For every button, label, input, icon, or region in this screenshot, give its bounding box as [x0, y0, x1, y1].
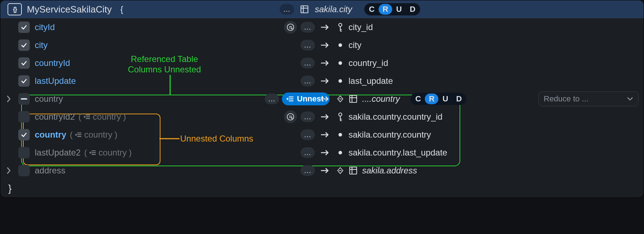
- brace-close: }: [0, 180, 644, 197]
- checkbox[interactable]: [18, 147, 30, 158]
- arrow-icon: [318, 24, 332, 31]
- table-icon: [349, 94, 358, 104]
- crud-selector[interactable]: C R U D: [364, 3, 420, 15]
- table-icon: [300, 5, 309, 14]
- arrow-icon: [318, 42, 332, 49]
- svg-rect-23: [350, 95, 357, 102]
- svg-point-29: [287, 114, 294, 120]
- table-name: sakila.city: [315, 4, 352, 14]
- key-icon: [332, 23, 349, 32]
- more-button[interactable]: ...: [301, 147, 315, 158]
- from-relation: country: [93, 112, 121, 122]
- relation-name[interactable]: country: [35, 94, 63, 104]
- arrow-icon: [318, 95, 332, 102]
- field-name[interactable]: lastUpdate2: [35, 148, 81, 158]
- relation-row-address: address ... sakila.address: [0, 162, 644, 180]
- more-button[interactable]: ...: [301, 40, 315, 51]
- more-button[interactable]: ...: [301, 76, 315, 86]
- column-name: sakila.country.last_update: [349, 148, 447, 158]
- expand-chevron[interactable]: [0, 95, 17, 103]
- arrow-icon: [318, 131, 332, 138]
- relation-row-country: country ... Unnest ....country C R U: [0, 90, 644, 108]
- svg-point-14: [338, 61, 342, 65]
- object-header-row: {} MyServiceSakilaCity { ... sakila.city…: [0, 0, 644, 18]
- crud-c[interactable]: C: [411, 94, 425, 104]
- arrow-icon: [318, 59, 332, 67]
- field-row: countryId ... country_id: [0, 54, 644, 72]
- nested-field-row: lastUpdate2 (country) ... sakila.country…: [0, 144, 644, 162]
- more-button[interactable]: ...: [301, 22, 315, 33]
- svg-point-16: [338, 79, 342, 83]
- crud-r[interactable]: R: [425, 94, 438, 104]
- more-button[interactable]: ...: [301, 111, 315, 122]
- object-icon: {}: [8, 3, 22, 15]
- svg-point-39: [338, 133, 342, 137]
- checkbox[interactable]: [18, 22, 30, 33]
- bullet-icon: [332, 61, 349, 66]
- svg-rect-17: [21, 98, 27, 100]
- sort-icon[interactable]: [284, 21, 297, 34]
- field-row: cityId ... city_id: [0, 18, 644, 36]
- column-name: last_update: [349, 76, 393, 86]
- field-name[interactable]: lastUpdate: [35, 76, 76, 86]
- more-button[interactable]: ...: [301, 58, 315, 68]
- arrow-icon: [318, 113, 332, 120]
- more-button[interactable]: ...: [301, 129, 315, 140]
- checkbox[interactable]: [18, 39, 30, 51]
- json-editor-panel: {} MyServiceSakilaCity { ... sakila.city…: [0, 0, 644, 198]
- table-name: ....country: [362, 94, 400, 104]
- crud-u[interactable]: U: [438, 94, 452, 104]
- expand-chevron[interactable]: [0, 166, 17, 175]
- more-button[interactable]: ...: [280, 4, 294, 15]
- checkbox[interactable]: [18, 165, 30, 176]
- svg-point-7: [339, 23, 342, 27]
- key-icon: [332, 112, 349, 121]
- svg-rect-0: [301, 6, 308, 13]
- relation-name[interactable]: address: [35, 166, 65, 176]
- crud-selector[interactable]: C R U D: [410, 93, 466, 105]
- field-row: lastUpdate ... last_update: [0, 72, 644, 90]
- reduce-placeholder: Reduce to ...: [544, 94, 588, 104]
- field-name[interactable]: countryId2: [35, 112, 75, 122]
- bullet-icon: [332, 78, 349, 83]
- sort-icon[interactable]: [284, 110, 297, 123]
- more-button[interactable]: ...: [265, 94, 279, 104]
- from-relation: country: [84, 130, 112, 140]
- reduce-to-select[interactable]: Reduce to ...: [538, 91, 639, 106]
- checkbox[interactable]: [18, 111, 30, 123]
- crud-d[interactable]: D: [452, 94, 466, 104]
- arrow-icon: [318, 149, 332, 156]
- nested-field-row: country (country) ... sakila.country.cou…: [0, 126, 644, 144]
- arrow-icon: [318, 167, 332, 174]
- nested-field-row: countryId2 (country) ... sakila.country.…: [0, 108, 644, 126]
- field-name[interactable]: countryId: [35, 58, 70, 68]
- column-name: country_id: [349, 58, 388, 68]
- svg-point-12: [338, 43, 342, 47]
- column-name: city: [349, 40, 361, 50]
- field-name[interactable]: cityId: [35, 22, 55, 32]
- field-row: city ... city: [0, 36, 644, 54]
- svg-rect-47: [350, 167, 357, 174]
- object-title: MyServiceSakilaCity: [27, 4, 112, 15]
- table-name: sakila.address: [362, 166, 417, 176]
- crud-r[interactable]: R: [379, 4, 392, 15]
- checkbox-partial[interactable]: [18, 93, 30, 105]
- svg-point-5: [287, 24, 294, 30]
- relation-icon: [332, 167, 349, 175]
- crud-d[interactable]: D: [406, 4, 419, 15]
- brace-open: {: [120, 4, 123, 14]
- bullet-icon: [332, 150, 349, 155]
- checkbox[interactable]: [18, 57, 30, 69]
- column-name: sakila.country.country: [349, 130, 431, 140]
- field-name[interactable]: city: [35, 40, 48, 50]
- column-name: city_id: [349, 22, 373, 32]
- table-icon: [349, 166, 358, 175]
- relation-icon: [332, 95, 349, 103]
- checkbox[interactable]: [18, 129, 30, 140]
- arrow-icon: [318, 77, 332, 85]
- crud-u[interactable]: U: [392, 4, 406, 15]
- field-name[interactable]: country: [35, 130, 66, 140]
- more-button[interactable]: ...: [301, 165, 315, 176]
- crud-c[interactable]: C: [365, 4, 379, 15]
- checkbox[interactable]: [18, 75, 30, 87]
